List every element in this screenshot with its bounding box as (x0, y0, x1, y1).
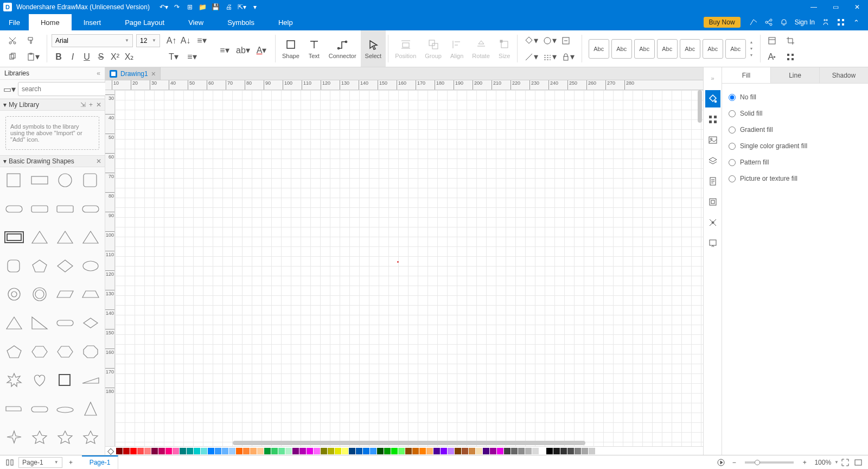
open-button[interactable]: 📁 (196, 1, 209, 14)
radio-gradient-fill[interactable]: Gradient fill (729, 122, 861, 138)
image-panel-icon[interactable] (705, 131, 720, 149)
color-swatch[interactable] (285, 448, 292, 454)
shape-diamond2[interactable] (79, 313, 103, 333)
caret-icon[interactable]: ▾ (3, 157, 7, 165)
shape-diamond[interactable] (54, 256, 77, 276)
shape-circle[interactable] (54, 170, 77, 190)
strikethrough-icon[interactable]: S (94, 50, 108, 64)
shape-burst[interactable] (2, 370, 25, 390)
decrease-font-icon[interactable]: A↓ (178, 34, 193, 47)
fill-color-icon[interactable]: ▾ (522, 34, 540, 47)
color-swatch[interactable] (448, 448, 454, 454)
color-swatch[interactable] (589, 448, 595, 454)
color-swatch[interactable] (356, 448, 362, 454)
radio-solid-fill[interactable]: Solid fill (729, 105, 861, 122)
add-page-button[interactable]: + (65, 456, 78, 469)
color-swatch[interactable] (511, 448, 518, 454)
text-align-icon[interactable]: ≡▾ (193, 34, 211, 47)
prop-tab-shadow[interactable]: Shadow (820, 67, 868, 83)
line-style-icon[interactable]: ▾ (540, 50, 559, 64)
color-swatch[interactable] (194, 448, 200, 454)
components-panel-icon[interactable] (705, 193, 720, 211)
apps-icon[interactable] (833, 15, 848, 30)
color-swatch[interactable] (229, 448, 235, 454)
shape-rounded-rect2[interactable] (28, 199, 51, 219)
color-swatch[interactable] (582, 448, 588, 454)
shape-octagon[interactable] (79, 342, 103, 362)
color-swatch[interactable] (412, 448, 419, 454)
zoom-in-button[interactable]: + (798, 456, 811, 469)
shape-rounded-square[interactable] (79, 170, 103, 190)
color-swatch[interactable] (560, 448, 567, 454)
color-swatch[interactable] (250, 448, 257, 454)
color-swatch[interactable] (180, 448, 186, 454)
menu-page-layout[interactable]: Page Layout (113, 14, 176, 30)
color-swatch[interactable] (271, 448, 278, 454)
shape-triangle4[interactable] (2, 313, 25, 333)
color-swatch[interactable] (123, 448, 130, 454)
maximize-button[interactable]: ▭ (825, 1, 846, 14)
shape-effect-icon[interactable]: ▾ (540, 34, 559, 47)
export-button[interactable]: ⇱▾ (235, 1, 248, 14)
color-swatch[interactable] (173, 448, 179, 454)
color-swatch[interactable] (208, 448, 214, 454)
menu-insert[interactable]: Insert (72, 14, 113, 30)
style-more[interactable]: ▾ (748, 52, 755, 59)
color-swatch[interactable] (314, 448, 320, 454)
italic-icon[interactable]: I (66, 50, 80, 64)
color-swatch[interactable] (215, 448, 221, 454)
line-color-icon[interactable]: ▾ (522, 50, 540, 64)
color-swatch[interactable] (504, 448, 510, 454)
color-swatch[interactable] (476, 448, 482, 454)
color-swatch[interactable] (567, 448, 574, 454)
color-swatch[interactable] (462, 448, 468, 454)
customize-qat-button[interactable]: ▾ (248, 1, 261, 14)
shape-hexagon2[interactable] (54, 342, 77, 362)
shape-parallelogram[interactable] (54, 284, 77, 304)
quick-style-4[interactable]: Abc (657, 39, 678, 59)
shape-star4[interactable] (2, 427, 25, 447)
shape-donut[interactable] (2, 284, 25, 304)
shape-capsule[interactable] (54, 313, 77, 333)
page-panel-icon[interactable] (705, 173, 720, 190)
copy-icon[interactable] (5, 50, 20, 64)
shape-tab2[interactable] (28, 399, 51, 419)
shape-pentagon2[interactable] (2, 342, 25, 362)
shape-triangle2[interactable] (54, 227, 77, 247)
close-tab-icon[interactable]: × (151, 69, 156, 78)
bullets-icon[interactable]: ≡▾ (215, 44, 234, 57)
font-panel-icon[interactable]: A▸ (765, 50, 779, 64)
print-button[interactable]: 🖨 (222, 1, 235, 14)
color-swatch[interactable] (257, 448, 264, 454)
line-spacing-icon[interactable]: ≡▾ (183, 50, 201, 64)
menu-help[interactable]: Help (266, 14, 305, 30)
library-menu-icon[interactable]: ▭▾ (3, 84, 16, 94)
format-painter-icon[interactable] (24, 34, 38, 47)
shape-rounded-sq2[interactable] (2, 256, 25, 276)
fullscreen-icon[interactable] (852, 456, 865, 469)
shape-pentagon[interactable] (28, 256, 51, 276)
color-swatch[interactable] (546, 448, 553, 454)
close-button[interactable]: ✕ (846, 1, 868, 14)
play-icon[interactable] (714, 456, 727, 469)
share-icon[interactable] (761, 15, 776, 30)
radio-picture-fill[interactable]: Picture or texture fill (729, 170, 861, 187)
color-swatch[interactable] (165, 448, 172, 454)
buy-now-button[interactable]: Buy Now (704, 17, 741, 28)
minimize-button[interactable]: — (803, 1, 825, 14)
shape-right-triangle[interactable] (28, 313, 51, 333)
lock-icon[interactable]: ▾ (559, 50, 577, 64)
connector-tool[interactable]: Connector (324, 30, 361, 67)
color-swatch[interactable] (349, 448, 355, 454)
zoom-slider[interactable] (745, 461, 794, 464)
text-direction-icon[interactable]: ab▾ (234, 44, 252, 57)
page-setup-icon[interactable] (765, 34, 779, 47)
superscript-icon[interactable]: X² (108, 50, 122, 64)
color-swatch[interactable] (144, 448, 151, 454)
quick-style-5[interactable]: Abc (680, 39, 700, 59)
feedback-icon[interactable] (746, 15, 761, 30)
color-swatch[interactable] (116, 448, 123, 454)
color-swatch[interactable] (187, 448, 193, 454)
shape-stadium[interactable] (79, 199, 103, 219)
import-icon[interactable]: ⇲ (80, 101, 86, 109)
